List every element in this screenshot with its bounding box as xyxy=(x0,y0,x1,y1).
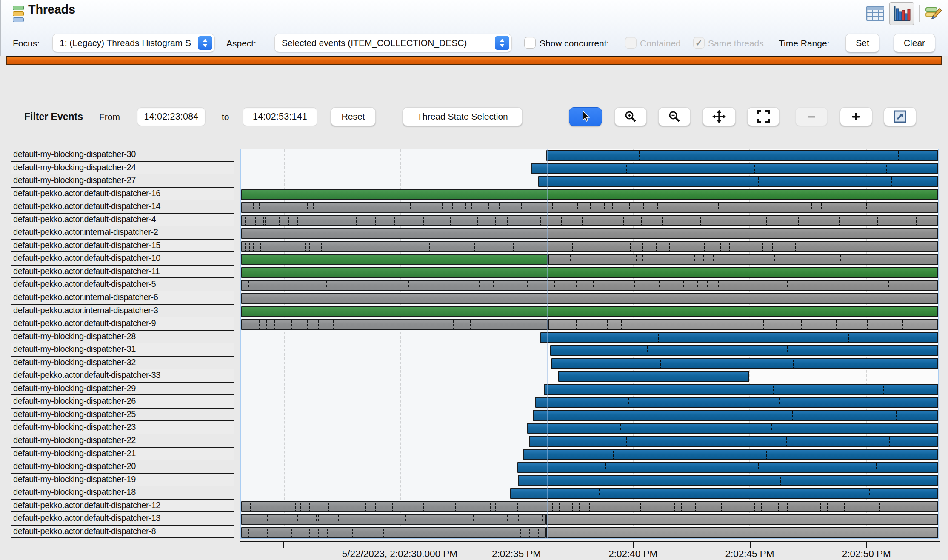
thread-label[interactable]: default-my-blocking-dispatcher-26 xyxy=(11,395,234,409)
thread-label[interactable]: default-pekko.actor.default-dispatcher-8 xyxy=(11,526,234,539)
timeline-row[interactable] xyxy=(241,383,938,397)
thread-state-bar-blue[interactable] xyxy=(540,332,938,343)
timeline-row[interactable] xyxy=(241,370,938,383)
timeline-row[interactable] xyxy=(241,266,938,280)
thread-label[interactable]: default-my-blocking-dispatcher-23 xyxy=(11,421,234,434)
thread-label[interactable]: default-pekko.actor.default-dispatcher-1… xyxy=(11,188,234,201)
thread-state-bar-green[interactable] xyxy=(241,254,548,265)
thread-state-bar-green[interactable] xyxy=(241,267,938,278)
thread-label[interactable]: default-pekko.actor.internal-dispatcher-… xyxy=(11,226,234,240)
thread-state-bar-blue[interactable] xyxy=(527,423,938,434)
thread-state-bar-gray2[interactable] xyxy=(546,527,938,538)
thread-state-bar-blue[interactable] xyxy=(523,449,938,460)
timeline-row[interactable] xyxy=(241,214,938,228)
timeline-row[interactable] xyxy=(241,149,938,163)
zoom-in-button[interactable] xyxy=(614,107,647,126)
show-concurrent-checkbox[interactable] xyxy=(524,37,536,49)
zoom-out-button[interactable] xyxy=(658,107,691,126)
timeline-row[interactable] xyxy=(241,240,938,254)
thread-label[interactable]: default-my-blocking-dispatcher-27 xyxy=(11,174,234,188)
thread-label[interactable]: default-my-blocking-dispatcher-24 xyxy=(11,162,234,175)
thread-label[interactable]: default-pekko.actor.internal-dispatcher-… xyxy=(11,305,234,318)
filter-to-input[interactable]: 14:02:53:141 xyxy=(243,107,317,126)
thread-state-bar-gray[interactable] xyxy=(241,280,938,291)
thread-label[interactable]: default-my-blocking-dispatcher-18 xyxy=(11,486,234,500)
thread-state-bar-gray[interactable] xyxy=(241,228,938,239)
timeline-row[interactable] xyxy=(241,331,938,345)
thread-label[interactable]: default-my-blocking-dispatcher-20 xyxy=(11,460,234,474)
thread-state-bar-gray[interactable] xyxy=(241,202,938,213)
thread-label[interactable]: default-my-blocking-dispatcher-28 xyxy=(11,331,234,344)
open-external-button[interactable] xyxy=(884,107,916,126)
thread-state-bar-blue[interactable] xyxy=(531,163,938,174)
timeline-row[interactable] xyxy=(241,474,938,488)
thread-state-bar-gray2[interactable] xyxy=(546,514,938,525)
thread-label[interactable]: default-my-blocking-dispatcher-29 xyxy=(11,383,234,396)
thread-state-bar-blue[interactable] xyxy=(510,488,938,499)
thread-state-bar-blue[interactable] xyxy=(558,371,749,382)
thread-label[interactable]: default-my-blocking-dispatcher-31 xyxy=(11,343,234,357)
timeline-row[interactable] xyxy=(241,487,938,500)
pan-tool-button[interactable] xyxy=(702,107,736,126)
thread-state-bar-gray[interactable] xyxy=(548,254,938,265)
thread-state-bar-gray[interactable] xyxy=(241,514,546,525)
thread-label[interactable]: default-my-blocking-dispatcher-22 xyxy=(11,434,234,448)
thread-state-bar-blue[interactable] xyxy=(518,475,938,486)
thread-state-bar-blue[interactable] xyxy=(535,397,938,408)
thread-state-bar-green[interactable] xyxy=(241,189,938,200)
thread-label[interactable]: default-pekko.actor.default-dispatcher-1… xyxy=(11,512,234,526)
thread-label[interactable]: default-pekko.actor.default-dispatcher-1… xyxy=(11,266,234,279)
timeline-row[interactable] xyxy=(241,292,938,306)
thread-state-bar-blue[interactable] xyxy=(533,410,938,421)
thread-label[interactable]: default-pekko.actor.default-dispatcher-4 xyxy=(11,214,234,227)
filter-from-input[interactable]: 14:02:23:084 xyxy=(137,107,206,126)
thread-label[interactable]: default-pekko.actor.default-dispatcher-1… xyxy=(11,200,234,214)
timeline-row[interactable] xyxy=(241,396,938,409)
thread-state-selection-button[interactable]: Thread State Selection xyxy=(403,107,523,126)
timeline-row[interactable] xyxy=(241,461,938,474)
thread-label[interactable]: default-pekko.actor.internal-dispatcher-… xyxy=(11,291,234,305)
thread-label[interactable]: default-my-blocking-dispatcher-25 xyxy=(11,409,234,422)
thread-label[interactable]: default-pekko.actor.default-dispatcher-3… xyxy=(11,369,234,383)
cursor-tool-button[interactable] xyxy=(569,107,602,126)
thread-label[interactable]: default-my-blocking-dispatcher-19 xyxy=(11,474,234,487)
timeline-row[interactable] xyxy=(241,175,938,189)
thread-state-bar-gray[interactable] xyxy=(241,319,548,330)
thread-state-bar-gray[interactable] xyxy=(241,501,938,512)
thread-label[interactable]: default-pekko.actor.default-dispatcher-5 xyxy=(11,278,234,291)
timeline-overview-strip[interactable] xyxy=(6,56,942,65)
thread-label[interactable]: default-my-blocking-dispatcher-30 xyxy=(11,149,234,162)
time-range-clear-button[interactable]: Clear xyxy=(894,34,935,52)
thread-label[interactable]: default-pekko.actor.default-dispatcher-1… xyxy=(11,252,234,266)
edit-pencil-icon[interactable] xyxy=(925,5,942,22)
timeline-row[interactable] xyxy=(241,513,938,526)
fit-view-button[interactable] xyxy=(747,107,780,126)
thread-label[interactable]: default-my-blocking-dispatcher-21 xyxy=(11,448,234,461)
thread-label[interactable]: default-pekko.actor.default-dispatcher-1… xyxy=(11,240,234,253)
thread-state-bar-gray[interactable] xyxy=(241,215,938,226)
expand-rows-button[interactable] xyxy=(840,107,872,126)
timeline-plot[interactable] xyxy=(240,149,939,539)
timeline-row[interactable] xyxy=(241,189,938,202)
timeline-row[interactable] xyxy=(241,344,938,357)
timeline-row[interactable] xyxy=(241,422,938,435)
timeline-row[interactable] xyxy=(241,526,938,539)
timeline-row[interactable] xyxy=(241,435,938,449)
aspect-select[interactable]: Selected events (ITEM_COLLECTION_DESC) xyxy=(274,34,512,52)
timeline-row[interactable] xyxy=(241,409,938,423)
thread-label[interactable]: default-pekko.actor.default-dispatcher-1… xyxy=(11,500,234,513)
thread-state-bar-blue[interactable] xyxy=(546,150,938,161)
thread-state-bar-gray2[interactable] xyxy=(548,319,938,330)
thread-state-bar-gray[interactable] xyxy=(241,241,938,252)
thread-label[interactable]: default-my-blocking-dispatcher-32 xyxy=(11,357,234,370)
timeline-row[interactable] xyxy=(241,227,938,240)
timeline-row[interactable] xyxy=(241,163,938,176)
thread-state-bar-blue[interactable] xyxy=(544,384,938,395)
timeline-row[interactable] xyxy=(241,318,938,331)
thread-state-bar-blue[interactable] xyxy=(517,462,938,473)
focus-select[interactable]: 1: (Legacy) Threads Histogram S xyxy=(52,34,215,52)
timeline-row[interactable] xyxy=(241,201,938,214)
chart-view-icon[interactable] xyxy=(889,2,914,25)
table-view-icon[interactable] xyxy=(866,6,884,21)
thread-label[interactable]: default-pekko.actor.default-dispatcher-9 xyxy=(11,317,234,331)
